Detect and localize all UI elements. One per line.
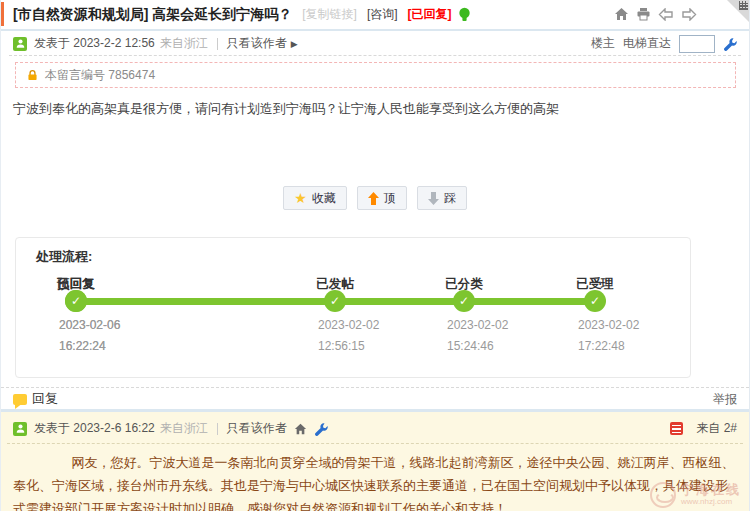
upvote-label: 顶: [384, 190, 396, 207]
thread-page: [市自然资源和规划局] 高架会延长到宁海吗？ [复制链接] [咨询] [已回复]…: [0, 0, 750, 511]
check-circle-icon: ✓: [65, 290, 87, 312]
post1-header: 发表于 2023-2-2 12:56 来自浙江 只看该作者 ▶ 楼主 电梯直达: [1, 31, 749, 56]
floor-source-badge-icon: [670, 422, 683, 435]
step-date: 2023-02-02: [578, 318, 639, 332]
step-date: 2023-02-02: [447, 318, 508, 332]
copy-link[interactable]: [复制链接]: [302, 6, 357, 23]
favorite-label: 收藏: [312, 190, 336, 207]
avatar[interactable]: [13, 422, 27, 436]
post2-header: 发表于 2023-2-6 16:22 来自浙江 只看该作者 来自 2#: [1, 415, 749, 442]
reply-label: 回复: [32, 390, 58, 408]
process-step: 已发帖 ✓ 2023-02-02 12:56:15: [275, 238, 395, 379]
step-time: 12:56:15: [318, 339, 365, 353]
post2-from-location: 来自浙江: [160, 420, 208, 437]
report-link[interactable]: 举报: [713, 391, 737, 408]
message-id-text: 本留言编号 7856474: [45, 67, 155, 84]
dashed-divider: [7, 443, 743, 444]
process-step: 已受理 ✓ 2023-02-02 17:22:48: [535, 238, 655, 379]
avatar[interactable]: [13, 37, 27, 51]
title-accent-bar: [1, 2, 4, 26]
arrow-down-icon: [428, 192, 439, 205]
from-floor-link[interactable]: 来自 2#: [696, 420, 737, 437]
qr-code-icon: [739, 1, 748, 10]
home-small-icon[interactable]: [294, 423, 307, 435]
wrench-icon[interactable]: [314, 422, 328, 436]
post1-footer: 回复 举报: [1, 387, 749, 410]
page-title: [市自然资源和规划局] 高架会延长到宁海吗？: [13, 6, 292, 24]
favorite-button[interactable]: ★ 收藏: [283, 186, 347, 210]
process-flow-box: 处理流程: 已发帖 ✓ 2023-02-02 12:56:15 已分类 ✓ 20…: [15, 237, 691, 378]
upvote-button[interactable]: 顶: [357, 186, 407, 210]
replied-status-badge: [已回复]: [408, 6, 452, 23]
reply-button[interactable]: 回复: [13, 390, 58, 408]
title-bar: [市自然资源和规划局] 高架会延长到宁海吗？ [复制链接] [咨询] [已回复]: [1, 0, 749, 31]
process-step: 已分类 ✓ 2023-02-02 15:24:46: [404, 238, 524, 379]
divider: [217, 423, 218, 435]
check-circle-icon: ✓: [324, 290, 346, 312]
action-buttons: ★ 收藏 顶 踩: [1, 186, 749, 210]
next-topic-arrow-icon[interactable]: [681, 8, 697, 21]
floor-number-input[interactable]: [679, 35, 715, 53]
star-icon: ★: [294, 191, 307, 205]
home-icon[interactable]: [614, 7, 629, 21]
step-time: 15:24:46: [447, 339, 494, 353]
view-author-link[interactable]: 只看该作者: [227, 35, 287, 52]
check-circle-icon: ✓: [453, 290, 475, 312]
green-bulb-icon: [458, 7, 471, 23]
post1-from-location: 来自浙江: [160, 35, 208, 52]
qr-corner-fold[interactable]: [727, 0, 749, 22]
speech-bubble-icon: [13, 394, 27, 405]
printer-icon[interactable]: [636, 7, 651, 21]
elevator-jump-link[interactable]: 电梯直达: [623, 35, 671, 52]
downvote-label: 踩: [444, 190, 456, 207]
divider: [217, 38, 218, 50]
step-date: 2023-02-02: [318, 318, 379, 332]
downvote-button[interactable]: 踩: [417, 186, 467, 210]
post1-content: 宁波到奉化的高架真是很方便，请问有计划造到宁海吗？让宁海人民也能享受到这么方便的…: [13, 98, 737, 119]
view-author-link[interactable]: 只看该作者: [227, 420, 287, 437]
dashed-divider: [9, 55, 741, 56]
chevron-right-icon: ▶: [291, 39, 298, 49]
post2-official-reply: 发表于 2023-2-6 16:22 来自浙江 只看该作者 来自 2# 网友，您…: [1, 412, 749, 511]
title-toolbar: [614, 7, 697, 21]
step-date: 2023-02-06: [59, 318, 120, 332]
step-time: 17:22:48: [578, 339, 625, 353]
arrow-up-icon: [368, 192, 379, 205]
post1-posted-at: 发表于 2023-2-2 12:56: [34, 35, 155, 52]
post2-posted-at: 发表于 2023-2-6 16:22: [34, 420, 155, 437]
lock-icon: [26, 68, 39, 82]
step-time: 16:22:24: [59, 339, 106, 353]
process-step: 已回复 ✓ 2023-02-06 16:22:24: [16, 238, 136, 379]
prev-topic-arrow-icon[interactable]: [658, 8, 674, 21]
wrench-icon[interactable]: [723, 37, 737, 51]
message-id-box: 本留言编号 7856474: [15, 62, 736, 88]
post1-header-right: 楼主 电梯直达: [591, 35, 737, 53]
post2-header-right: 来自 2#: [670, 420, 737, 437]
post2-content: 网友，您好。宁波大道是一条南北向贯穿全域的骨架干道，线路北起前湾新区，途径中央公…: [13, 451, 737, 511]
floor-label: 楼主: [591, 35, 615, 52]
consult-tag[interactable]: [咨询]: [367, 6, 398, 23]
check-circle-icon: ✓: [584, 290, 606, 312]
